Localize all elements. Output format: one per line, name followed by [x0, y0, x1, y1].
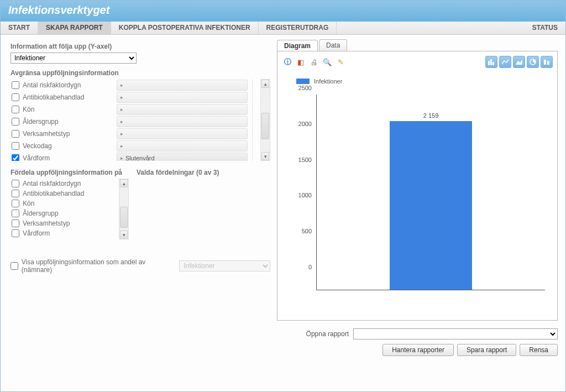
edit-icon[interactable]: ✎ [335, 56, 346, 67]
open-report-select[interactable] [353, 328, 558, 339]
scroll-down-icon[interactable]: ▾ [261, 152, 269, 160]
dist-item-label: Åldersgrupp [23, 210, 59, 217]
dist-checkbox[interactable] [12, 180, 19, 187]
dist-checkbox[interactable] [12, 229, 19, 237]
dist-item-label: Antibiotikabehandlad [23, 190, 84, 197]
filter-value-dropdown[interactable]: ▸ [117, 104, 248, 115]
legend-swatch [296, 79, 310, 84]
filter-item-label: Antibiotikabehandlad [23, 93, 117, 101]
ytick: 1000 [298, 192, 312, 198]
dist-checkbox[interactable] [12, 210, 19, 217]
share-checkbox[interactable] [11, 262, 18, 270]
chart-plotbox: 2 159 [316, 95, 545, 290]
open-report-label: Öppna rapport [306, 330, 349, 338]
menu-skapa-rapport[interactable]: SKAPA RAPPORT [38, 22, 111, 34]
filter-checkbox[interactable] [12, 93, 19, 101]
filter-checkbox[interactable] [12, 154, 19, 161]
filter-checkbox[interactable] [12, 130, 19, 138]
filter-item-label: Veckodag [23, 142, 117, 150]
filter-item-label: Verksamhetstyp [23, 130, 117, 138]
chart-type-bar-icon[interactable] [485, 56, 497, 68]
filter-scrollbar[interactable]: ▴ ▾ [260, 79, 270, 161]
menu-status[interactable]: STATUS [525, 22, 565, 34]
dist-item-label: Vårdform [23, 229, 50, 237]
dist-label: Fördela uppföljningsinformation på [11, 169, 129, 176]
menu-koppla[interactable]: KOPPLA POSTOPERATIVA INFEKTIONER [111, 22, 259, 34]
scroll-down-icon[interactable]: ▾ [120, 231, 128, 239]
zoom-icon[interactable]: 🔍 [322, 56, 333, 67]
scroll-thumb[interactable] [261, 113, 269, 139]
filter-row: Veckodag ▸ [11, 140, 252, 152]
rensa-button[interactable]: Rensa [520, 344, 558, 356]
menubar: START SKAPA RAPPORT KOPPLA POSTOPERATIVA… [1, 22, 565, 35]
filter-row: Åldersgrupp ▸ [11, 116, 252, 128]
dist-checkbox[interactable] [12, 219, 19, 227]
filter-checkbox[interactable] [12, 142, 19, 150]
filter-row: Antibiotikabehandlad ▸ [11, 91, 252, 103]
filter-value-dropdown[interactable]: ▸ [117, 128, 248, 139]
legend-label: Infektioner [314, 78, 342, 85]
chart-tabs: Diagram Data [277, 39, 558, 51]
ytick: 2000 [298, 121, 312, 127]
dist-scrollbar[interactable]: ▴ ▾ [119, 179, 129, 239]
svg-rect-1 [490, 59, 492, 65]
filter-checkbox[interactable] [12, 106, 19, 113]
share-label: Visa uppföljningsinformation som andel a… [22, 258, 176, 274]
dist-selected-label: Valda fördelningar (0 av 3) [137, 169, 270, 176]
filter-value-dropdown[interactable]: ▸ [117, 116, 248, 127]
ytick: 1500 [298, 156, 312, 163]
filter-item-label: Kön [23, 106, 117, 113]
dist-checkbox[interactable] [12, 190, 19, 197]
filter-value-dropdown[interactable]: ▸ [117, 80, 248, 91]
filter-item-label: Antal riskfaktordygn [23, 81, 117, 89]
scroll-thumb[interactable] [120, 207, 128, 228]
dist-item-label: Antal riskfaktordygn [23, 180, 81, 187]
filter-row: Antal riskfaktordygn ▸ [11, 79, 252, 91]
y-axis-label: Information att följa upp (Y-axel) [11, 43, 270, 50]
ytick: 500 [302, 228, 312, 234]
filter-value-dropdown[interactable]: ▸ [117, 92, 248, 103]
tab-data[interactable]: Data [319, 39, 347, 51]
y-axis-select[interactable]: Infektioner [11, 53, 137, 64]
export-powerpoint-icon[interactable]: ◧ [295, 56, 306, 67]
menu-start[interactable]: START [1, 22, 38, 34]
chart-y-axis: 0 500 1000 1500 2000 2500 [292, 95, 314, 290]
app-title: Infektionsverktyget [1, 1, 565, 22]
dist-list: Antal riskfaktordygn Antibiotikabehandla… [11, 179, 129, 239]
scroll-up-icon[interactable]: ▴ [120, 179, 128, 187]
chart-legend: Infektioner [296, 78, 553, 85]
scroll-up-icon[interactable]: ▴ [261, 80, 269, 88]
chart-type-pie-icon[interactable] [527, 56, 539, 68]
svg-marker-3 [516, 60, 522, 65]
svg-rect-0 [488, 61, 490, 65]
chart-type-stacked-icon[interactable] [541, 56, 553, 68]
filter-value-dropdown[interactable]: ▸ [117, 140, 248, 151]
print-icon[interactable]: 🖨 [308, 56, 319, 67]
dist-checkbox[interactable] [12, 200, 19, 207]
chart-area: ⓘ ◧ 🖨 🔍 ✎ Infektioner [277, 51, 558, 321]
share-select: Infektioner [179, 260, 270, 271]
spara-rapport-button[interactable]: Spara rapport [457, 344, 516, 356]
filter-row: Vårdform ▸Slutenvård [11, 152, 252, 161]
chart-type-line-icon[interactable] [499, 56, 511, 68]
svg-rect-2 [492, 62, 494, 65]
filter-row: Verksamhetstyp ▸ [11, 128, 252, 140]
chart-bar-label: 2 159 [423, 112, 439, 119]
filter-checkbox[interactable] [12, 81, 19, 89]
dist-item-label: Verksamhetstyp [23, 219, 70, 227]
filter-label: Avgränsa uppföljningsinformation [11, 69, 270, 77]
filter-checkbox[interactable] [12, 118, 19, 126]
filter-item-label: Vårdform [23, 154, 117, 161]
filter-item-label: Åldersgrupp [23, 118, 117, 126]
menu-registerutdrag[interactable]: REGISTERUTDRAG [259, 22, 337, 34]
dist-item-label: Kön [23, 200, 34, 207]
hantera-rapporter-button[interactable]: Hantera rapporter [382, 344, 454, 356]
filter-value-dropdown[interactable]: ▸Slutenvård [117, 153, 248, 161]
svg-rect-6 [547, 61, 549, 65]
tab-diagram[interactable]: Diagram [277, 40, 318, 51]
chart-type-area-icon[interactable] [513, 56, 525, 68]
ytick: 0 [308, 264, 312, 270]
filter-list: Antal riskfaktordygn ▸ Antibiotikabehand… [11, 79, 253, 161]
chart-plot: 0 500 1000 1500 2000 2500 2 159 [292, 95, 549, 307]
info-icon[interactable]: ⓘ [282, 56, 293, 67]
